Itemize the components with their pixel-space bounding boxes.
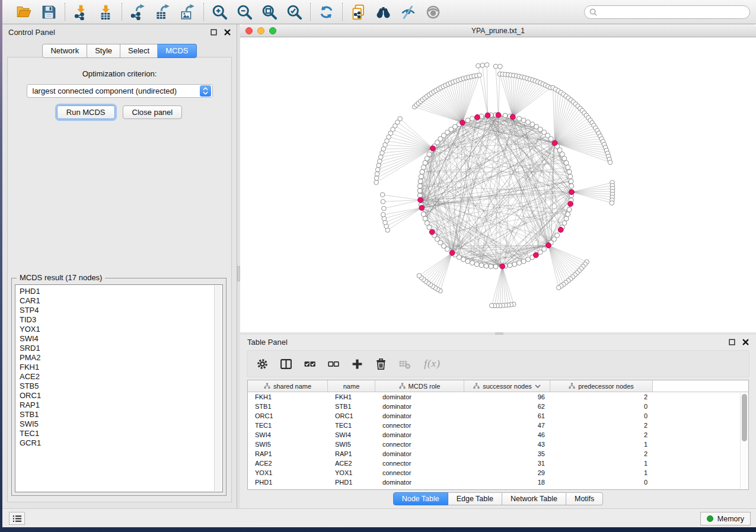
close-panel-icon[interactable] <box>224 29 231 36</box>
table-row[interactable]: PHD1PHD1dominator180 <box>248 477 748 487</box>
deselect-all-icon[interactable] <box>327 358 340 370</box>
find-icon[interactable] <box>375 4 391 20</box>
tab-network-table[interactable]: Network Table <box>502 492 566 505</box>
shared-column-icon <box>473 383 480 389</box>
tab-edge-table[interactable]: Edge Table <box>448 492 502 505</box>
cell-successor-nodes: 18 <box>464 477 550 487</box>
search-input[interactable] <box>600 8 745 16</box>
tab-style[interactable]: Style <box>87 44 120 58</box>
tab-mcds[interactable]: MCDS <box>158 44 196 58</box>
toolbar-group <box>8 4 65 20</box>
cell-successor-nodes: 47 <box>464 421 550 430</box>
mcds-result-item[interactable]: SWI5 <box>20 419 222 429</box>
column-header-MCDS-role[interactable]: MCDS role <box>375 380 464 392</box>
mcds-result-item[interactable]: CAR1 <box>20 296 222 306</box>
mcds-result-item[interactable]: STB1 <box>20 410 222 419</box>
close-panel-icon[interactable] <box>742 339 749 345</box>
network-canvas[interactable] <box>240 37 756 332</box>
cell-name: ORC1 <box>328 411 375 421</box>
table-row[interactable]: RAP1RAP1dominator352 <box>248 449 748 459</box>
table-row[interactable]: YOX1YOX1connector291 <box>248 468 748 477</box>
table-row[interactable]: ACE2ACE2connector311 <box>248 459 748 468</box>
mcds-result-item[interactable]: TID3 <box>20 315 222 325</box>
import-table-icon[interactable] <box>98 4 114 20</box>
table-row[interactable]: FKH1FKH1dominator962 <box>248 392 748 402</box>
show-hide-details-icon[interactable] <box>400 4 416 20</box>
export-table-icon[interactable] <box>155 4 171 20</box>
mcds-list-scrollbar[interactable] <box>214 286 222 491</box>
table-row[interactable]: SWI4SWI4dominator462 <box>248 430 748 440</box>
cell-shared-name: TEC1 <box>248 421 328 430</box>
control-panel-header: Control Panel <box>2 24 237 40</box>
zoom-fit-icon[interactable] <box>261 4 277 20</box>
mcds-result-item[interactable]: PHD1 <box>20 287 222 296</box>
toolbar-group <box>122 4 203 20</box>
column-header-successor-nodes[interactable]: successor nodes <box>464 380 550 392</box>
table-panel-title: Table Panel <box>247 338 288 347</box>
tab-node-table[interactable]: Node Table <box>393 492 448 505</box>
clone-network-icon[interactable] <box>350 4 366 20</box>
cell-name: SWI5 <box>328 440 375 449</box>
column-header-name[interactable]: name <box>328 380 375 392</box>
table-scrollbar[interactable] <box>740 393 748 489</box>
save-session-icon[interactable] <box>41 4 57 20</box>
table-row[interactable]: TEC1TEC1connector472 <box>248 421 748 430</box>
cell-successor-nodes: 62 <box>464 402 550 411</box>
mcds-result-item[interactable]: STP4 <box>20 306 222 315</box>
mcds-result-item[interactable]: ACE2 <box>20 372 222 382</box>
mcds-result-item[interactable]: GCR1 <box>20 438 222 448</box>
mcds-result-item[interactable]: SRD1 <box>20 344 222 353</box>
network-graph[interactable] <box>240 37 756 332</box>
shared-column-icon <box>399 383 406 389</box>
mcds-result-item[interactable]: YOX1 <box>20 325 222 334</box>
column-header-shared-name[interactable]: shared name <box>248 380 328 392</box>
mcds-result-item[interactable]: SWI4 <box>20 334 222 344</box>
column-header-predecessor-nodes[interactable]: predecessor nodes <box>550 380 653 392</box>
close-window-icon[interactable] <box>245 27 253 34</box>
table-settings-icon[interactable] <box>256 358 269 370</box>
delete-column-icon[interactable] <box>375 358 387 370</box>
table-row[interactable]: ORC1ORC1dominator610 <box>248 411 748 421</box>
search-box[interactable] <box>584 5 750 19</box>
mcds-result-item[interactable]: RAP1 <box>20 400 222 410</box>
maximize-window-icon[interactable] <box>269 27 276 34</box>
task-history-button[interactable] <box>9 512 25 525</box>
import-network-icon[interactable] <box>73 4 89 20</box>
control-panel: Control Panel NetworkStyleSelectMCDS Opt… <box>2 24 237 508</box>
zoom-out-icon[interactable] <box>237 4 253 20</box>
cell-predecessor-nodes: 2 <box>550 449 653 459</box>
close-panel-button[interactable]: Close panel <box>123 105 183 119</box>
export-network-icon[interactable] <box>130 4 146 20</box>
mcds-result-item[interactable]: STB5 <box>20 382 222 391</box>
cell-name: TEC1 <box>328 421 375 430</box>
add-column-icon[interactable] <box>351 358 363 370</box>
memory-button[interactable]: Memory <box>700 512 751 525</box>
sort-descending-icon <box>535 384 541 388</box>
table-row[interactable]: STB1STB1dominator620 <box>248 402 748 411</box>
open-file-icon[interactable] <box>16 4 32 20</box>
network-window-titlebar[interactable]: YPA_prune.txt_1 <box>240 24 756 37</box>
tab-motifs[interactable]: Motifs <box>566 492 603 505</box>
float-panel-icon[interactable] <box>210 29 217 36</box>
export-image-icon[interactable] <box>180 4 196 20</box>
run-mcds-button[interactable]: Run MCDS <box>57 105 115 119</box>
mcds-result-item[interactable]: FKH1 <box>20 363 222 372</box>
scrollbar-thumb[interactable] <box>742 394 747 441</box>
mcds-result-item[interactable]: TEC1 <box>20 429 222 438</box>
mcds-result-list: PHD1CAR1STP4TID3YOX1SWI4SRD1PMA2FKH1ACE2… <box>15 285 222 448</box>
tab-select[interactable]: Select <box>120 44 158 58</box>
toggle-columns-icon[interactable] <box>280 358 292 370</box>
toolbar-group <box>311 4 342 20</box>
zoom-in-icon[interactable] <box>212 4 228 20</box>
mcds-result-item[interactable]: ORC1 <box>20 391 222 400</box>
refresh-view-icon[interactable] <box>318 4 334 20</box>
mcds-result-item[interactable]: PMA2 <box>20 353 222 363</box>
table-row[interactable]: SWI5SWI5connector431 <box>248 440 748 449</box>
zoom-selected-icon[interactable] <box>286 4 302 20</box>
select-all-icon[interactable] <box>304 358 316 370</box>
tab-network[interactable]: Network <box>42 44 87 58</box>
float-panel-icon[interactable] <box>729 339 735 345</box>
column-label: MCDS role <box>409 383 441 390</box>
optimization-criterion-select[interactable]: largest connected component (undirected) <box>27 84 213 98</box>
minimize-window-icon[interactable] <box>257 27 264 34</box>
